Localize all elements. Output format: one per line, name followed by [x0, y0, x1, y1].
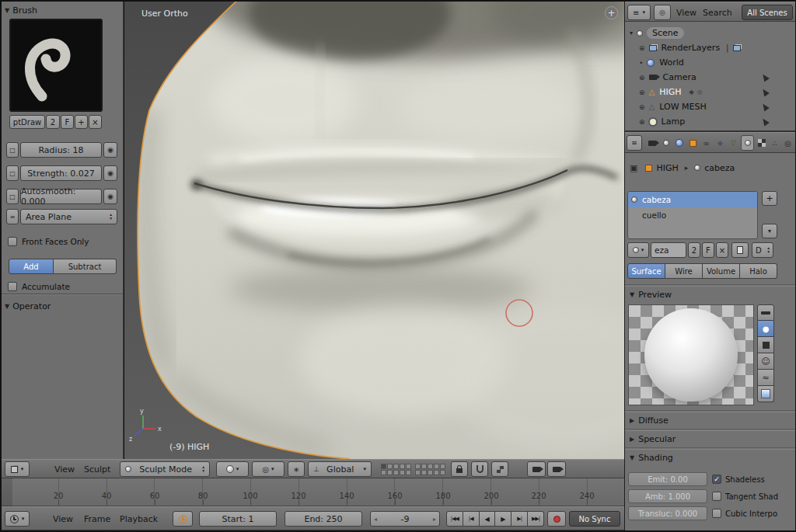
preview-monkey-button[interactable]: ☺: [757, 353, 774, 370]
jump-to-start-button[interactable]: |◀◀: [446, 511, 463, 527]
jump-to-end-button[interactable]: ▶▶|: [528, 511, 544, 527]
preview-panel-header[interactable]: ▼ Preview: [630, 289, 672, 300]
mode-dropdown[interactable]: Sculpt Mode ▴▾: [120, 461, 210, 477]
tab-world[interactable]: [672, 135, 686, 151]
tab-texture[interactable]: [755, 135, 768, 151]
add-button[interactable]: Add: [9, 259, 54, 274]
expand-plus-icon[interactable]: ⊕: [639, 89, 645, 96]
layers-grid-1[interactable]: [381, 464, 411, 475]
add-brush-button[interactable]: +: [75, 115, 88, 129]
tab-constraints[interactable]: ∞: [700, 135, 713, 151]
play-button[interactable]: ▶: [495, 511, 511, 527]
opengl-render-anim-button[interactable]: [547, 461, 566, 477]
current-frame-field[interactable]: ◂ -9 ▸: [370, 511, 440, 527]
ambient-slider[interactable]: Amb: 1.000: [628, 489, 707, 503]
accumulate-checkbox[interactable]: [8, 282, 17, 291]
menu-sculpt[interactable]: Sculpt: [84, 464, 110, 475]
shading-panel-header[interactable]: ▼ Shading: [630, 452, 673, 463]
play-reverse-button[interactable]: ◀: [480, 511, 496, 527]
opengl-render-button[interactable]: [527, 461, 546, 477]
shadeless-row[interactable]: ✓ Shadeless: [712, 474, 765, 485]
autosmooth-pressure-toggle[interactable]: ◉: [103, 189, 117, 204]
add-slot-button[interactable]: +: [762, 191, 777, 206]
orientation-dropdown[interactable]: ⊥ Global ▾: [308, 461, 372, 477]
material-slot[interactable]: cuello: [628, 207, 757, 223]
expand-plus-icon[interactable]: ⊕: [639, 103, 645, 111]
outliner-row-lowmesh[interactable]: ⊕ △ LOW MESH: [625, 99, 795, 114]
fake-user-button[interactable]: F: [702, 242, 714, 258]
cursor-icon[interactable]: [760, 117, 770, 127]
autosmooth-slider[interactable]: Autosmooth: 0.000: [20, 189, 102, 204]
tab-object-data[interactable]: ▽: [727, 135, 740, 151]
radius-slider[interactable]: Radius: 18: [20, 142, 102, 158]
expand-plus-icon[interactable]: ⊕: [639, 74, 645, 82]
subtract-button[interactable]: Subtract: [54, 259, 117, 274]
preview-sphere-button[interactable]: ●: [757, 321, 774, 337]
outliner-item-label[interactable]: HIGH: [659, 87, 681, 97]
record-button[interactable]: [547, 511, 566, 527]
scenes-filter-dropdown[interactable]: All Scenes: [742, 5, 793, 20]
outliner-item-label[interactable]: Lamp: [662, 116, 686, 127]
copy-material-button[interactable]: [731, 242, 749, 258]
increment-icon[interactable]: ▸: [433, 516, 436, 523]
material-users-button[interactable]: 2: [688, 242, 700, 258]
sculpt-plane-dropdown[interactable]: Area Plane ▴▾: [20, 209, 117, 224]
diffuse-panel-header[interactable]: ▶ Diffuse: [630, 415, 669, 426]
outliner-item-label[interactable]: LOW MESH: [659, 102, 706, 112]
tab-material[interactable]: [741, 135, 754, 151]
editor-type-button[interactable]: ≡: [627, 135, 642, 151]
strength-slider[interactable]: Strength: 0.027: [20, 165, 102, 181]
lock-to-scene-toggle[interactable]: [451, 461, 468, 477]
fake-user-button[interactable]: F: [61, 115, 74, 129]
prev-keyframe-button[interactable]: |◀: [463, 511, 480, 527]
tab-render[interactable]: [645, 135, 658, 151]
outliner-item-label[interactable]: RenderLayers: [662, 43, 721, 53]
outliner-row-scene[interactable]: ▾ Scene: [625, 26, 795, 40]
radius-pressure-toggle[interactable]: ◉: [103, 142, 117, 158]
breadcrumb-object[interactable]: HIGH: [656, 163, 678, 173]
brush-panel-header[interactable]: ▼ Brush: [5, 5, 37, 16]
preview-sky-button[interactable]: [757, 386, 774, 402]
snap-element-dropdown[interactable]: [491, 461, 508, 477]
outliner-row-high[interactable]: ⊕ △ HIGH ◆ ◎: [625, 85, 795, 99]
outliner-row-world[interactable]: • World: [625, 55, 795, 70]
outliner-item-label[interactable]: Scene: [647, 27, 684, 39]
display-mode-button[interactable]: ◎: [654, 5, 671, 20]
menu-view[interactable]: View: [54, 464, 75, 475]
editor-type-button[interactable]: ▾: [5, 511, 30, 527]
tab-modifiers[interactable]: ◆: [714, 135, 727, 151]
preview-range-toggle[interactable]: [173, 511, 193, 527]
frame-end-slider[interactable]: End: 250: [285, 511, 362, 527]
brush-users-button[interactable]: 2: [46, 115, 60, 129]
unified-radius-toggle[interactable]: □: [6, 142, 19, 158]
brush-datablock-button[interactable]: ptDraw: [9, 115, 45, 129]
type-halo-button[interactable]: Halo: [740, 263, 777, 279]
viewport-3d[interactable]: y x z User Ortho (-9) HIGH +: [124, 2, 624, 459]
next-keyframe-button[interactable]: ▶|: [511, 511, 528, 527]
menu-view[interactable]: View: [676, 8, 696, 18]
operator-panel-header[interactable]: ▼ Operator: [5, 301, 51, 311]
shadeless-checkbox[interactable]: ✓: [712, 475, 721, 484]
tab-scene[interactable]: [659, 135, 672, 151]
accumulate-row[interactable]: Accumulate: [8, 280, 70, 292]
cubic-checkbox[interactable]: [712, 509, 721, 518]
expand-plus-icon[interactable]: ⊕: [639, 118, 645, 126]
layers-grid-2[interactable]: [415, 464, 445, 475]
expand-icon[interactable]: ▾: [630, 30, 633, 37]
tangent-shading-row[interactable]: Tangent Shad: [712, 491, 778, 502]
specular-panel-header[interactable]: ▶ Specular: [630, 433, 676, 444]
editor-type-button[interactable]: ≡ ▾: [627, 5, 651, 20]
snap-toggle[interactable]: [471, 461, 488, 477]
pivot-align-toggle[interactable]: ∗: [288, 461, 305, 477]
emit-slider[interactable]: Emit: 0.00: [628, 472, 707, 486]
preview-cube-button[interactable]: [757, 337, 774, 353]
preview-hair-button[interactable]: ≈: [757, 370, 774, 386]
sync-dropdown[interactable]: No Sync: [569, 511, 620, 527]
cursor-icon[interactable]: [760, 103, 770, 112]
outliner-row-lamp[interactable]: ⊕ Lamp: [625, 114, 795, 129]
front-faces-checkbox[interactable]: [8, 237, 17, 246]
tab-object[interactable]: [686, 135, 700, 151]
region-toggle-icon[interactable]: +: [605, 6, 618, 19]
decrement-icon[interactable]: ◂: [374, 516, 377, 523]
unlink-material-button[interactable]: ×: [716, 242, 728, 258]
